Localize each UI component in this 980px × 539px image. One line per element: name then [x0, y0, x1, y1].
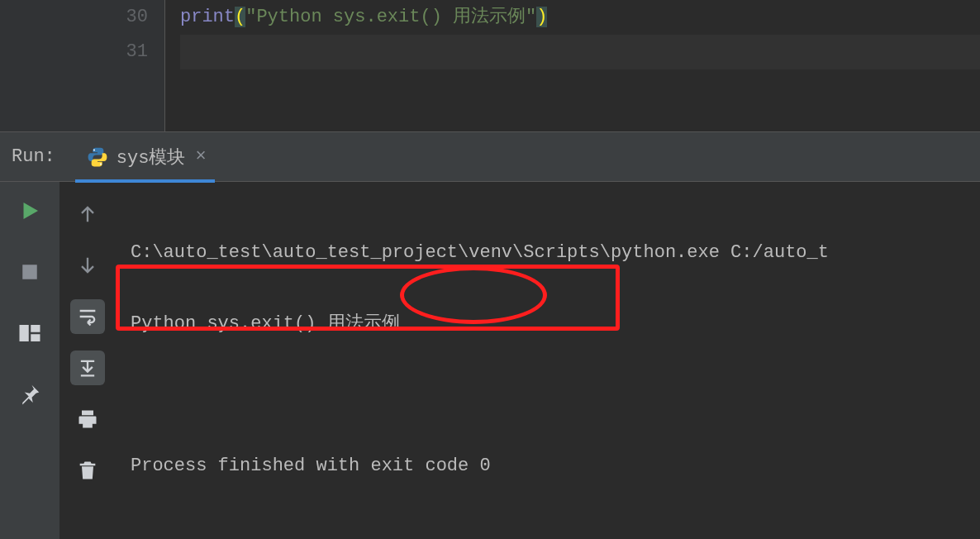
paren-close: ): [536, 7, 547, 27]
scroll-to-end-button[interactable]: [70, 351, 105, 385]
editor-gutter: 30 31: [0, 0, 165, 131]
run-inner-toolbar: [59, 182, 116, 539]
identifier-print: print: [180, 7, 235, 27]
svg-point-1: [100, 163, 102, 165]
soft-wrap-button[interactable]: [70, 299, 105, 334]
svg-rect-5: [31, 334, 40, 341]
editor-code-area[interactable]: print("Python sys.exit() 用法示例"): [165, 0, 980, 131]
line-number: 31: [0, 35, 164, 69]
stop-button[interactable]: [16, 258, 44, 286]
code-line-31[interactable]: [180, 35, 980, 69]
line-number: 30: [0, 0, 164, 35]
paren-open: (: [235, 7, 245, 27]
console-line: Process finished with exit code 0: [131, 451, 980, 481]
svg-rect-3: [20, 325, 29, 341]
console-line: C:\auto_test\auto_test_project\venv\Scri…: [131, 238, 980, 268]
python-icon: [87, 146, 108, 168]
code-editor[interactable]: 30 31 print("Python sys.exit() 用法示例"): [0, 0, 980, 132]
run-toolwindow-body: C:\auto_test\auto_test_project\venv\Scri…: [0, 182, 980, 539]
svg-rect-2: [22, 265, 37, 279]
run-left-toolbar: [0, 182, 59, 539]
string-literal: "Python sys.exit() 用法示例": [245, 7, 536, 27]
close-icon[interactable]: ×: [195, 148, 206, 166]
run-label: Run:: [0, 146, 75, 167]
console-line: [131, 380, 980, 410]
run-tab[interactable]: sys模块 ×: [75, 132, 215, 182]
svg-rect-4: [31, 325, 40, 332]
clear-all-button[interactable]: [70, 453, 105, 488]
console-output[interactable]: C:\auto_test\auto_test_project\venv\Scri…: [116, 182, 980, 539]
rerun-button[interactable]: [16, 197, 44, 225]
print-button[interactable]: [70, 402, 105, 436]
pin-button[interactable]: [16, 380, 44, 408]
layout-button[interactable]: [16, 319, 44, 347]
run-tab-label: sys模块: [117, 145, 186, 169]
scroll-up-button[interactable]: [70, 197, 105, 231]
scroll-down-button[interactable]: [70, 248, 105, 283]
svg-point-0: [93, 149, 95, 150]
run-toolwindow-header: Run: sys模块 ×: [0, 132, 980, 182]
console-line: Python sys.exit() 用法示例: [131, 309, 980, 339]
code-line-30[interactable]: print("Python sys.exit() 用法示例"): [180, 0, 980, 35]
